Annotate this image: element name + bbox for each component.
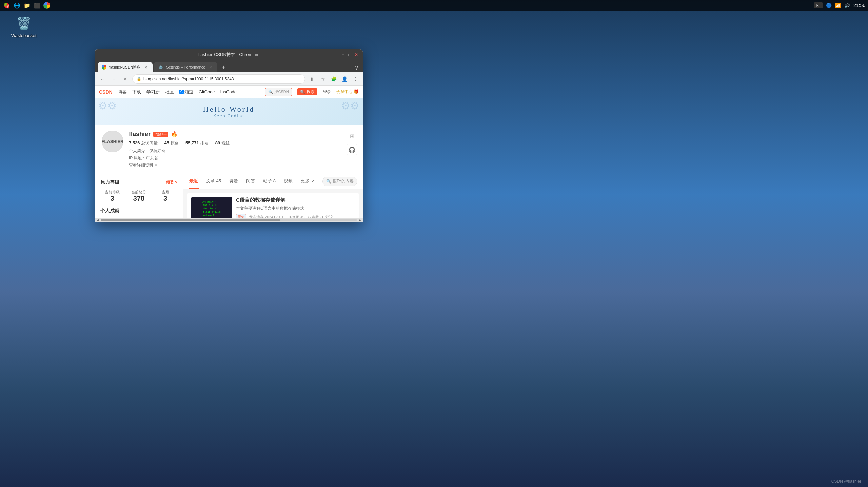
tab-qa[interactable]: 问答: [245, 174, 256, 189]
login-link[interactable]: 登录: [323, 89, 331, 95]
lock-icon: 🔒: [137, 77, 141, 81]
tab-recent[interactable]: 最近: [189, 174, 199, 189]
level-current-value: 3: [100, 195, 124, 202]
taskbar-left: 🍓 🌐 📁 ⬛: [3, 1, 50, 9]
level-month-desc: 当月: [154, 190, 177, 195]
profile-stats: 7,526 总访问量 45 原创 55,771 排名 89: [129, 140, 356, 146]
tab-posts[interactable]: 帖子 8: [262, 174, 276, 189]
taskbar-browser-icon[interactable]: 🌐: [13, 1, 21, 9]
new-tab-button[interactable]: +: [219, 63, 228, 72]
more-button[interactable]: ⋮: [351, 74, 360, 84]
back-button[interactable]: ←: [98, 74, 107, 84]
content-tabs: 最近 文章 45 资源 问答 帖子 8 视频 更多 ∨ 🔍 搜TA的内容: [183, 174, 363, 189]
reload-button[interactable]: ✕: [121, 74, 130, 84]
article-info: C语言的数据存储详解 本文主要讲解C语言中的数据存储模式 原创 发布博客 202…: [236, 197, 355, 218]
tab-close-2[interactable]: ✕: [208, 64, 213, 70]
taskbar-raspberry-icon[interactable]: 🍓: [3, 1, 11, 9]
tab-csdn[interactable]: flashier-CSDN博客 ✕: [98, 62, 153, 72]
extension-button[interactable]: 🧩: [329, 74, 338, 84]
wifi-icon: 📶: [835, 3, 841, 8]
tab-settings[interactable]: ⚙️ Settings – Performance ✕: [154, 62, 217, 72]
nav-learn[interactable]: 学习新: [146, 89, 160, 95]
nav-gitcode[interactable]: GitCode: [199, 89, 215, 94]
left-panel: 原力等级 领奖 > 当前等级 3 当前总分 378 当月: [95, 174, 183, 218]
article-card: int main() { int a = 10; char b='x'; flo…: [187, 193, 359, 218]
window-controls: − □ ✕: [340, 52, 359, 57]
hero-subtitle: Keep Coding: [203, 114, 255, 118]
tab-videos[interactable]: 视频: [283, 174, 293, 189]
tab-label-2: Settings – Performance: [166, 65, 205, 69]
wastebasket-label: Wastebasket: [11, 33, 37, 38]
horizontal-scrollbar[interactable]: ◀ ▶: [95, 218, 363, 222]
search-box: 🔍 搜CSDN: [265, 88, 292, 96]
url-bar[interactable]: 🔒 blog.csdn.net/flashier?spm=1000.2115.3…: [132, 74, 305, 84]
tab-label-1: flashier-CSDN博客: [109, 65, 140, 70]
stat-visits-num: 7,526: [129, 140, 140, 145]
profile-button[interactable]: 👤: [340, 74, 349, 84]
watermark: CSDN @flashier: [831, 479, 861, 484]
original-badge: 原创: [236, 214, 246, 218]
browser-window: flashier-CSDN博客 - Chromium − □ ✕ flashie…: [95, 49, 363, 222]
stat-fans-num: 89: [215, 140, 220, 145]
article-list: int main() { int a = 10; char b='x'; flo…: [183, 189, 363, 218]
bookmark-button[interactable]: ☆: [318, 74, 328, 84]
search-ta-icon: 🔍: [326, 179, 331, 184]
tab-more[interactable]: 更多 ∨: [300, 174, 315, 189]
volume-icon: 🔊: [844, 3, 850, 8]
hero-banner: ⚙⚙ ⚙⚙ Hello World Keep Coding: [95, 98, 363, 125]
article-title[interactable]: C语言的数据存储详解: [236, 197, 355, 203]
taskbar-terminal-icon[interactable]: ⬛: [33, 1, 41, 9]
search-ta[interactable]: 🔍 搜TA的内容: [322, 177, 357, 186]
vip-link[interactable]: 会员中心 🎁: [336, 89, 359, 95]
minimize-button[interactable]: −: [340, 52, 345, 57]
scroll-thumb[interactable]: [101, 219, 280, 221]
share-button[interactable]: ⬆: [307, 74, 317, 84]
scroll-track[interactable]: [101, 219, 357, 221]
forward-button[interactable]: →: [109, 74, 119, 84]
article-meta: 原创 发布博客 2024.03.01 · 1078 阅读 · 35 点赞 · 0…: [236, 214, 355, 218]
hero-text: Hello World Keep Coding: [203, 105, 255, 118]
page-content: CSDN 博客 下载 学习新 社区 C 知道 GitCode InsCode 🔍…: [95, 86, 363, 218]
level-score-value: 378: [127, 195, 151, 202]
close-button[interactable]: ✕: [354, 52, 359, 57]
level-month-value: 3: [154, 195, 177, 202]
csdn-nav: CSDN 博客 下载 学习新 社区 C 知道 GitCode InsCode 🔍…: [95, 86, 363, 98]
gear-decoration-right: ⚙⚙: [341, 100, 359, 112]
title-bar: flashier-CSDN博客 - Chromium − □ ✕: [95, 49, 363, 60]
headset-icon[interactable]: 🎧: [347, 144, 357, 155]
stat-fans: 89 粉丝: [215, 140, 230, 146]
qrcode-icon[interactable]: ⊞: [347, 131, 357, 141]
tab-articles[interactable]: 文章 45: [205, 174, 222, 189]
nav-blog[interactable]: 博客: [118, 89, 127, 95]
search-button[interactable]: 🔍 搜索: [297, 88, 317, 95]
award-link[interactable]: 领奖 >: [166, 180, 177, 186]
nav-inscode[interactable]: InsCode: [220, 89, 237, 94]
nav-zhidao[interactable]: C 知道: [179, 89, 193, 95]
maximize-button[interactable]: □: [347, 52, 352, 57]
taskbar-chromium-icon[interactable]: [43, 2, 50, 9]
wastebasket-icon[interactable]: 🗑️ Wastebasket: [10, 15, 37, 38]
level-grid: 当前等级 3 当前总分 378 当月 3: [100, 190, 177, 202]
achievement-title: 个人成就: [100, 208, 177, 214]
tab-bar: flashier-CSDN博客 ✕ ⚙️ Settings – Performa…: [95, 60, 363, 72]
stat-original-num: 45: [164, 140, 169, 145]
nav-download[interactable]: 下载: [132, 89, 141, 95]
search-btn-label: 搜索: [307, 89, 315, 95]
profile-detail-link[interactable]: 查看详细资料 ∨: [129, 162, 356, 168]
window-title: flashier-CSDN博客 - Chromium: [198, 52, 260, 58]
tab-overflow-button[interactable]: ∨: [353, 63, 360, 72]
scroll-right-arrow[interactable]: ▶: [358, 218, 362, 222]
taskbar-r-icon: R↑: [814, 2, 823, 8]
code-preview: int main() { int a = 10; char b='x'; flo…: [200, 199, 223, 218]
tab-close-1[interactable]: ✕: [143, 64, 149, 70]
profile-name-row: flashier 码龄1年 🔥: [129, 131, 356, 138]
scroll-left-arrow[interactable]: ◀: [96, 218, 100, 222]
taskbar-files-icon[interactable]: 📁: [23, 1, 31, 9]
tab-resources[interactable]: 资源: [229, 174, 239, 189]
stat-visits-label: 总访问量: [141, 140, 158, 146]
address-bar: ← → ✕ 🔒 blog.csdn.net/flashier?spm=1000.…: [95, 72, 363, 86]
taskbar-right: R↑ 🔵 📶 🔊 21:56: [814, 2, 865, 8]
article-thumbnail: int main() { int a = 10; char b='x'; flo…: [191, 197, 232, 218]
nav-community[interactable]: 社区: [165, 89, 174, 95]
level-score-desc: 当前总分: [127, 190, 151, 195]
